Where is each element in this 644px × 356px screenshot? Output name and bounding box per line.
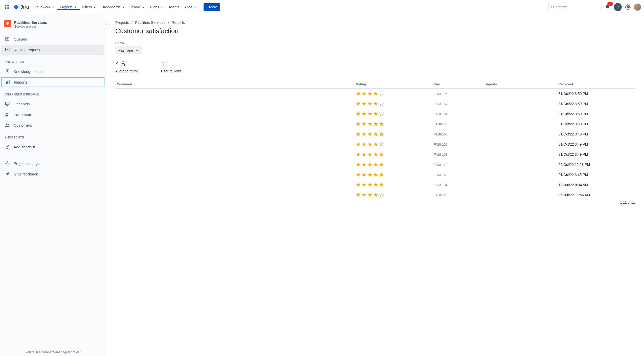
svg-rect-5	[8, 7, 9, 8]
col-key[interactable]: Key	[432, 80, 484, 88]
col-comment[interactable]: Comment	[115, 80, 354, 88]
chevron-down-icon	[135, 49, 139, 52]
reports-icon	[5, 79, 11, 85]
sidebar-item-customers[interactable]: Customers	[2, 120, 104, 130]
sidebar-item-queues[interactable]: Queues	[2, 34, 104, 44]
cell-key[interactable]: FASI-169	[432, 170, 484, 180]
star-filled-icon	[379, 172, 384, 177]
cell-rating	[354, 170, 432, 180]
search-field[interactable]	[556, 5, 599, 9]
star-filled-icon	[373, 172, 378, 177]
nav-teams[interactable]: Teams	[128, 4, 148, 10]
cell-key[interactable]: FASI-170	[432, 160, 484, 170]
user-avatar[interactable]	[634, 4, 641, 11]
cell-rating	[354, 88, 432, 99]
nav-apps[interactable]: Apps	[182, 4, 199, 10]
app-switcher-icon[interactable]	[3, 3, 11, 11]
cell-key[interactable]: FASI-168	[432, 129, 484, 139]
cell-received: 05/Jun/22 11:56 AM	[557, 190, 635, 200]
crumb-facilities[interactable]: Facilities Services	[135, 20, 165, 25]
star-filled-icon	[367, 172, 372, 177]
star-filled-icon	[379, 162, 384, 167]
sidebar-item-add-shortcut[interactable]: Add shortcut	[2, 142, 104, 152]
sidebar-item-invite-team[interactable]: Invite team	[2, 109, 104, 120]
star-filled-icon	[367, 101, 372, 106]
sidebar-item-project-settings[interactable]: Project settings	[2, 158, 104, 168]
star-filled-icon	[356, 142, 361, 147]
page-title: Customer satisfaction	[115, 27, 635, 35]
table-row: FASI-10831/Oct/22 3:49 PM	[115, 149, 635, 160]
customers-icon	[5, 122, 10, 128]
star-filled-icon	[373, 111, 378, 116]
col-received[interactable]: Received	[557, 80, 635, 88]
cell-comment	[115, 149, 354, 160]
cell-key[interactable]: FASI-135	[432, 119, 484, 129]
help-icon[interactable]	[614, 3, 622, 11]
table-row: FASI-13413/Jun/22 9:34 AM	[115, 180, 635, 190]
star-filled-icon	[362, 172, 367, 177]
sidebar-item-label: Project settings	[14, 161, 40, 166]
table-row: FASI-12431/Oct/22 3:50 PM	[115, 109, 635, 119]
col-rating[interactable]: Rating	[354, 80, 432, 88]
notification-badge: 9+	[607, 2, 613, 6]
gear-icon	[5, 161, 10, 166]
search-input[interactable]	[548, 3, 602, 11]
nav-plans[interactable]: Plans	[148, 4, 166, 10]
cell-key[interactable]: FASI-106	[432, 139, 484, 149]
cell-key[interactable]: FASI-126	[432, 88, 484, 99]
cell-key[interactable]: FASI-125	[432, 190, 484, 200]
sidebar-item-give-feedback[interactable]: Give feedback	[2, 169, 104, 179]
sidebar-item-reports[interactable]: Reports	[2, 77, 104, 87]
project-type: Service project	[14, 25, 47, 28]
svg-point-29	[6, 113, 8, 114]
star-filled-icon	[373, 152, 378, 157]
nav-projects[interactable]: Projects	[57, 4, 80, 10]
star-filled-icon	[362, 111, 367, 116]
star-filled-icon	[362, 122, 367, 127]
stat-average-rating: 4.5 Average rating	[115, 60, 138, 73]
cell-comment	[115, 190, 354, 200]
cell-key[interactable]: FASI-167	[432, 99, 484, 109]
pager: 1-11 of 11	[115, 201, 635, 204]
nav-dashboards[interactable]: Dashboards	[99, 4, 128, 10]
cell-comment	[115, 160, 354, 170]
notifications-icon[interactable]: 9+	[604, 3, 612, 11]
collapse-sidebar-button[interactable]	[102, 21, 110, 29]
star-filled-icon	[367, 182, 372, 187]
cell-received: 31/Oct/22 3:50 PM	[557, 88, 635, 99]
cell-rating	[354, 119, 432, 129]
cell-key[interactable]: FASI-108	[432, 149, 484, 160]
sidebar-item-label: Give feedback	[14, 172, 38, 176]
cell-rating	[354, 99, 432, 109]
nav-assets[interactable]: Assets	[166, 4, 182, 10]
sidebar-divider	[3, 155, 103, 155]
cell-key[interactable]: FASI-134	[432, 180, 484, 190]
cell-rating	[354, 139, 432, 149]
create-button[interactable]: Create	[204, 3, 220, 11]
svg-rect-1	[7, 5, 8, 6]
jira-logo[interactable]: Jira	[13, 4, 29, 10]
sidebar-item-knowledge-base[interactable]: Knowledge base	[2, 66, 104, 76]
sidebar-item-raise-a-request[interactable]: Raise a request	[2, 45, 104, 55]
svg-rect-23	[6, 82, 7, 84]
star-empty-icon	[379, 142, 384, 147]
sidebar-item-label: Add shortcut	[14, 145, 35, 149]
star-filled-icon	[373, 122, 378, 127]
table-row: FASI-16731/Oct/22 3:50 PM	[115, 99, 635, 109]
show-dropdown[interactable]: Past year	[115, 46, 142, 54]
cell-key[interactable]: FASI-124	[432, 109, 484, 119]
settings-icon[interactable]	[624, 3, 632, 11]
crumb-projects[interactable]: Projects	[115, 20, 129, 25]
crumb-reports[interactable]: Reports	[172, 20, 185, 25]
cell-received: 31/Oct/22 3:49 PM	[557, 149, 635, 160]
col-agents[interactable]: Agents	[484, 80, 557, 88]
cell-agents	[484, 139, 557, 149]
monitor-icon	[5, 101, 10, 107]
svg-rect-7	[7, 8, 8, 9]
stat-label: Average rating	[115, 69, 138, 73]
nav-your-work[interactable]: Your work	[32, 4, 57, 10]
star-filled-icon	[367, 192, 372, 197]
nav-filters[interactable]: Filters	[80, 4, 99, 10]
sidebar-item-channels[interactable]: Channels	[2, 99, 104, 109]
star-empty-icon	[379, 111, 384, 116]
